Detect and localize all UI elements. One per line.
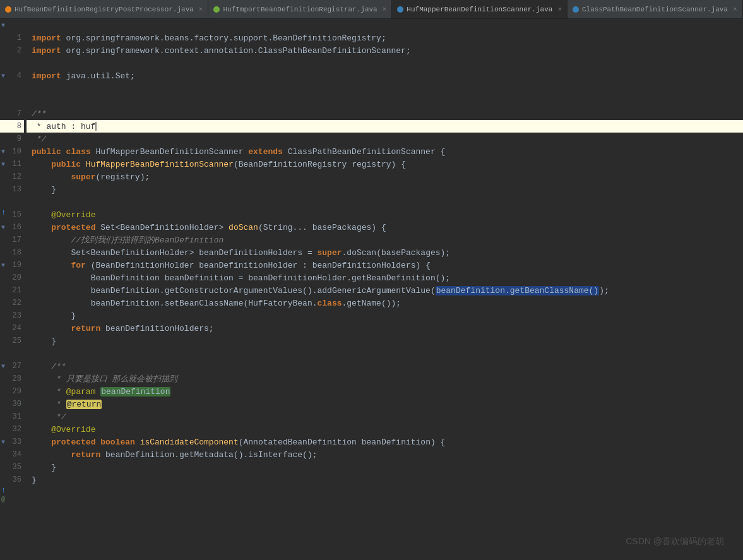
fold-arrow-1[interactable]: ▼ <box>1 22 5 29</box>
fold-arrow-4[interactable]: ▼ <box>1 73 5 80</box>
indent-21 <box>32 286 91 295</box>
gutter-line-6 <box>0 95 24 107</box>
indent-19 <box>32 261 71 270</box>
code-line-36: } <box>27 474 743 486</box>
gutter-line-26 <box>0 347 24 360</box>
code-line-33: protected boolean isCandidateComponent(A… <box>27 436 743 448</box>
code-line-2: import org.springframework.context.annot… <box>27 44 743 57</box>
gutter-line-3 <box>0 57 24 69</box>
annotation-override-1: @Override <box>51 210 95 220</box>
fold-arrow-33[interactable]: ▼ <box>1 439 5 446</box>
fold-arrow-19[interactable]: ▼ <box>1 262 5 269</box>
gutter-line-35: 35 <box>0 461 24 474</box>
kw-public-10: public <box>32 147 66 157</box>
nav-marker: @ <box>1 496 6 503</box>
plain-11: ( <box>234 160 239 169</box>
kw-extends: extends <box>248 147 287 157</box>
code-line-14 <box>27 196 743 208</box>
indent-13: } <box>32 185 56 194</box>
code-line-30: * @return <box>27 398 743 410</box>
comment-close-31: */ <box>56 412 66 422</box>
highlight-classname: beanDefinition.getBeanClassName() <box>436 286 599 295</box>
code-line-35: } <box>27 461 743 474</box>
gutter-line-34: 34 <box>0 448 24 461</box>
indent-28 <box>32 374 56 384</box>
plain-22: beanDefinition.setBeanClassName(HufFator… <box>91 299 318 308</box>
plain-2: org.springframework.context.annotation.C… <box>61 46 411 56</box>
tab-close-3[interactable]: × <box>557 6 562 13</box>
tab-icon-3 <box>397 6 403 13</box>
code-line-7: /** <box>27 107 743 120</box>
return-highlight: @return <box>66 400 102 409</box>
param-highlight: beanDefinition <box>100 387 170 396</box>
gutter-line-4: ▼ 4 <box>0 69 24 82</box>
tab-hufimport[interactable]: HufImportBeanDefinitionRegistrar.java × <box>208 0 392 18</box>
tab-label-4: ClassPathBeanDefinitionScanner.java <box>582 6 728 13</box>
gutter-line-17: 17 <box>0 234 24 246</box>
code-line-20: BeanDefinition beanDefinition = beanDefi… <box>27 271 743 284</box>
plain-18: beanDefinitionHolders = <box>194 248 317 258</box>
kw-class-10: class <box>66 147 96 157</box>
plain-1: org.springframework.beans.factory.suppor… <box>61 33 386 43</box>
plain-21a: beanDefinition.getConstructorArgumentVal… <box>91 286 436 295</box>
gutter-line-19: ▼ 19 <box>0 259 24 271</box>
method-doscan: doScan <box>229 223 258 232</box>
kw-class-22: class <box>317 299 342 308</box>
indent-22 <box>32 299 91 308</box>
keyword-import-4: import <box>32 71 61 81</box>
indent-35: } <box>32 463 56 472</box>
fold-arrow-10[interactable]: ▼ <box>1 148 5 155</box>
gutter-line-7: 7 <box>0 107 24 120</box>
keyword-import-2: import <box>32 46 61 56</box>
fold-arrow-11[interactable]: ▼ <box>1 161 5 168</box>
kw-for: for <box>71 261 90 270</box>
gutter-line-23: 23 <box>0 309 24 322</box>
code-line-12: super(registry); <box>27 170 743 183</box>
gutter-line-28: 28 <box>0 372 24 385</box>
kw-public-11: public <box>51 160 86 169</box>
code-line-27: /** <box>27 360 743 372</box>
tab-hufmapper[interactable]: HufMapperBeanDefinitionScanner.java × <box>392 0 568 18</box>
tab-icon-4 <box>573 6 579 13</box>
tab-bar: HufBeanDefinitionRegistryPostProcessor.j… <box>0 0 743 19</box>
tab-close-4[interactable]: × <box>733 6 737 13</box>
gutter-line-31: 31 <box>0 410 24 423</box>
nav-arrow-up-2[interactable]: ↑ <box>1 486 6 495</box>
gutter-line-29: 29 <box>0 385 24 398</box>
tab-close-1[interactable]: × <box>199 6 203 13</box>
tab-classpath[interactable]: ClassPathBeanDefinitionScanner.java × <box>568 0 743 18</box>
tab-icon-1 <box>5 6 11 13</box>
nav-arrows-2: ↑ @ <box>1 486 6 503</box>
fold-arrow-16[interactable]: ▼ <box>1 224 5 231</box>
fold-arrow-27[interactable]: ▼ <box>1 363 5 370</box>
code-line-16: protected Set<BeanDefinitionHolder> doSc… <box>27 221 743 234</box>
tab-label-1: HufBeanDefinitionRegistryPostProcessor.j… <box>15 6 194 13</box>
nav-arrow-up-1[interactable]: ↑ <box>1 208 6 217</box>
code-line-8: * auth : huf <box>27 120 743 133</box>
code-line-10: public class HufMapperBeanDefinitionScan… <box>27 145 743 158</box>
code-line-23: } <box>27 309 743 322</box>
indent-11 <box>32 160 51 169</box>
annotation-param: @param <box>66 387 96 396</box>
gutter-line-27: ▼ 27 <box>0 360 24 372</box>
tab-close-2[interactable]: × <box>383 6 387 13</box>
code-line-18: Set<BeanDefinitionHolder> beanDefinition… <box>27 246 743 259</box>
code-line-17: //找到我们扫描得到的BeanDefinition <box>27 234 743 246</box>
tab-icon-2 <box>213 6 220 13</box>
kw-protected-16: protected <box>51 223 100 232</box>
comment-open-27: /** <box>51 362 66 371</box>
gutter-line-24: 24 <box>0 322 24 335</box>
comment-zh-17: //找到我们扫描得到的BeanDefinition <box>71 234 223 246</box>
indent-31 <box>32 412 56 422</box>
plain-19: (BeanDefinitionHolder beanDefinitionHold… <box>91 261 431 270</box>
keyword-import-1: import <box>32 33 61 43</box>
indent-15 <box>32 210 51 220</box>
code-editor[interactable]: import org.springframework.beans.factory… <box>27 19 743 560</box>
gutter-line-36: 36 <box>0 474 24 486</box>
editor-area: ▼ 1 2 ▼ 4 7 8 9 ▼ 10 ▼ 11 12 13 15 ▼ 16 … <box>0 19 743 560</box>
line-number-gutter: ▼ 1 2 ▼ 4 7 8 9 ▼ 10 ▼ 11 12 13 15 ▼ 16 … <box>0 19 27 560</box>
tab-hufbean[interactable]: HufBeanDefinitionRegistryPostProcessor.j… <box>0 0 208 18</box>
comment-zh-28: * 只要是接口 那么就会被扫描到 <box>56 373 177 384</box>
code-line-15: @Override <box>27 208 743 221</box>
type-registry: BeanDefinitionRegistry <box>239 160 347 169</box>
